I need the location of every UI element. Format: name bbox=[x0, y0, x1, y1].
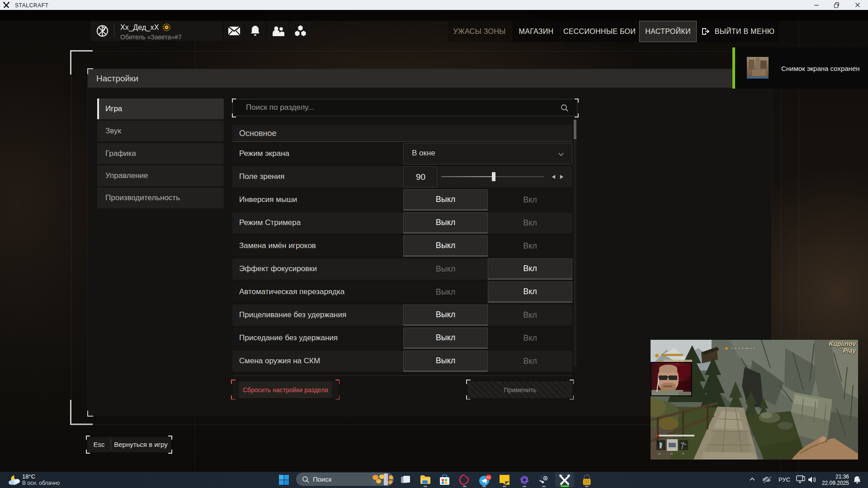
svg-text:z: z bbox=[859, 476, 860, 479]
svg-text:42: 42 bbox=[486, 475, 491, 479]
